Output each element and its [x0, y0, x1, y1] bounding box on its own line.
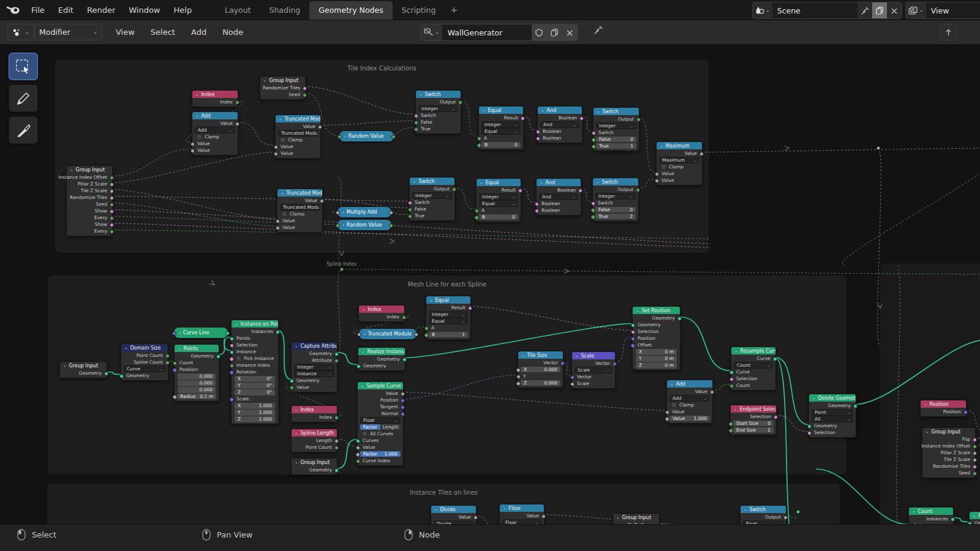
value-field-false[interactable]: False0: [596, 137, 636, 142]
socket[interactable]: [235, 122, 239, 126]
mode-dropdown[interactable]: Modifier ⌄: [34, 24, 102, 40]
vector-field[interactable]: Z0°: [235, 389, 275, 395]
checkbox[interactable]: [671, 402, 677, 408]
editor-type-button[interactable]: ⌄: [7, 24, 34, 40]
dropdown-and[interactable]: And⌄: [539, 193, 578, 200]
socket[interactable]: [612, 362, 617, 366]
socket[interactable]: [570, 382, 575, 386]
socket[interactable]: [173, 361, 177, 365]
socket[interactable]: [225, 331, 230, 335]
checkbox[interactable]: [661, 164, 666, 170]
socket[interactable]: [631, 323, 635, 328]
socket[interactable]: [636, 118, 641, 122]
vector-field[interactable]: Z0 m: [636, 362, 677, 369]
socket[interactable]: [334, 352, 339, 356]
socket[interactable]: [172, 331, 176, 335]
socket[interactable]: [104, 372, 108, 376]
socket[interactable]: [336, 211, 340, 215]
dropdown-instance[interactable]: Instance⌄: [294, 370, 334, 377]
spline-length-node[interactable]: ⌄Spline LengthLengthPoint Count: [291, 429, 337, 452]
checkbox[interactable]: [362, 431, 368, 437]
socket[interactable]: [963, 410, 968, 414]
socket[interactable]: [356, 446, 360, 450]
editor-menu-add[interactable]: Add: [183, 28, 214, 37]
socket[interactable]: [110, 209, 114, 214]
socket[interactable]: [473, 515, 478, 520]
socket[interactable]: [276, 219, 280, 223]
and-node[interactable]: ⌄AndBooleanAnd⌄BooleanBoolean: [537, 106, 582, 143]
socket[interactable]: [337, 135, 342, 139]
socket[interactable]: [276, 226, 280, 230]
add-node[interactable]: ⌄AddValueAdd⌄ClampValueValue1.000: [666, 380, 713, 424]
dropdown-integer[interactable]: Integer⌄: [412, 192, 452, 199]
realize-instances-node[interactable]: ⌄Realize InstancesGeometryGeometry: [358, 347, 405, 371]
vector-field[interactable]: 0.000: [178, 380, 216, 386]
dropdown-integer[interactable]: Integer⌄: [481, 121, 521, 128]
socket[interactable]: [535, 202, 539, 206]
value-field-radius[interactable]: Radius0.1 m: [177, 394, 216, 399]
points-node[interactable]: ⌄PointsGeometryCountPosition:0.0000.0000…: [174, 344, 219, 402]
socket[interactable]: [729, 384, 734, 388]
go-to-parent-button[interactable]: [940, 24, 957, 40]
socket[interactable]: [536, 130, 540, 134]
dropdown-integer[interactable]: Integer⌄: [294, 364, 334, 370]
dropdown-integer[interactable]: Integer⌄: [596, 122, 636, 129]
scene-icon[interactable]: ⌄: [753, 6, 772, 15]
socket[interactable]: [475, 209, 479, 213]
vector-field[interactable]: X0°: [235, 376, 275, 382]
menu-edit[interactable]: Edit: [51, 6, 80, 15]
switch-node[interactable]: ⌄SwitchOutputFloat⌄SwitchFalseTrue: [740, 505, 786, 524]
vector-field[interactable]: Z1.000: [235, 416, 275, 422]
socket[interactable]: [389, 223, 393, 228]
socket[interactable]: [334, 416, 339, 420]
value-field-b[interactable]: B0: [481, 142, 521, 148]
tile-size-node[interactable]: ⌄Tile SizeVectorX0.000YZ0.000: [518, 351, 564, 388]
close-icon[interactable]: ×: [562, 24, 578, 40]
truncated-modulo-node[interactable]: ⌄Truncated ModuloValueTruncated Modulo⌄C…: [277, 189, 323, 233]
dropdown-equal[interactable]: Equal⌄: [479, 200, 518, 207]
workspace-tab-geometry-nodes[interactable]: Geometry Nodes: [309, 1, 392, 20]
value-field-end-size[interactable]: End Size1: [733, 427, 774, 433]
dropdown-scale[interactable]: Scale⌄: [575, 367, 612, 373]
socket[interactable]: [973, 458, 977, 462]
equal-node[interactable]: ⌄EqualResultInteger⌄Equal⌄AB0: [478, 106, 524, 150]
dropdown-point[interactable]: Point⌄: [812, 409, 853, 416]
socket[interactable]: [414, 127, 418, 132]
truncated-modulo-node[interactable]: ⌄Truncated ModuloValueTruncated Modulo⌄C…: [275, 114, 321, 159]
select-box-tool-button[interactable]: [9, 53, 38, 80]
viewlayer-selector[interactable]: ⌄ View: [905, 2, 980, 19]
equal-node[interactable]: ⌄EqualResultInteger⌄Equal⌄AB0: [476, 178, 521, 222]
toggle-factor[interactable]: FactorLength: [360, 424, 401, 430]
socket[interactable]: [216, 354, 221, 359]
value-field-value[interactable]: Value1.000: [669, 416, 710, 421]
socket[interactable]: [235, 100, 239, 105]
socket[interactable]: [290, 386, 294, 390]
socket[interactable]: [853, 404, 858, 408]
scene-selector[interactable]: ⌄ Scene ×: [752, 2, 902, 19]
socket[interactable]: [535, 209, 539, 213]
menu-render[interactable]: Render: [80, 6, 122, 15]
vector-field[interactable]: 0.000: [178, 387, 216, 393]
socket[interactable]: [401, 412, 405, 416]
floor-node[interactable]: ⌄FloorValueFloor⌄ClampValue: [499, 504, 545, 524]
viewlayer-name[interactable]: View: [926, 2, 980, 18]
socket[interactable]: [807, 431, 812, 435]
socket[interactable]: [389, 211, 393, 215]
workspace-tab-add[interactable]: +: [445, 1, 463, 20]
socket[interactable]: [303, 93, 307, 97]
socket[interactable]: [973, 471, 977, 476]
socket[interactable]: [774, 415, 778, 419]
vector-field[interactable]: 0.000: [178, 373, 216, 380]
socket[interactable]: [560, 361, 565, 365]
socket[interactable]: [541, 514, 546, 519]
viewlayer-icon[interactable]: ⌄: [906, 6, 926, 15]
socket[interactable]: [356, 364, 361, 369]
workspace-tab-scripting[interactable]: Scripting: [393, 1, 445, 20]
fake-user-shield-icon[interactable]: [532, 24, 547, 40]
dropdown-add[interactable]: Add⌄: [195, 127, 235, 133]
socket[interactable]: [190, 142, 195, 146]
divide-node[interactable]: ⌄DivideValueDivide⌄ClampValueValue: [431, 505, 477, 524]
value-field-z[interactable]: Z0.000: [521, 380, 560, 386]
socket[interactable]: [274, 152, 278, 156]
index-node[interactable]: ⌄IndexIndex: [358, 305, 405, 322]
